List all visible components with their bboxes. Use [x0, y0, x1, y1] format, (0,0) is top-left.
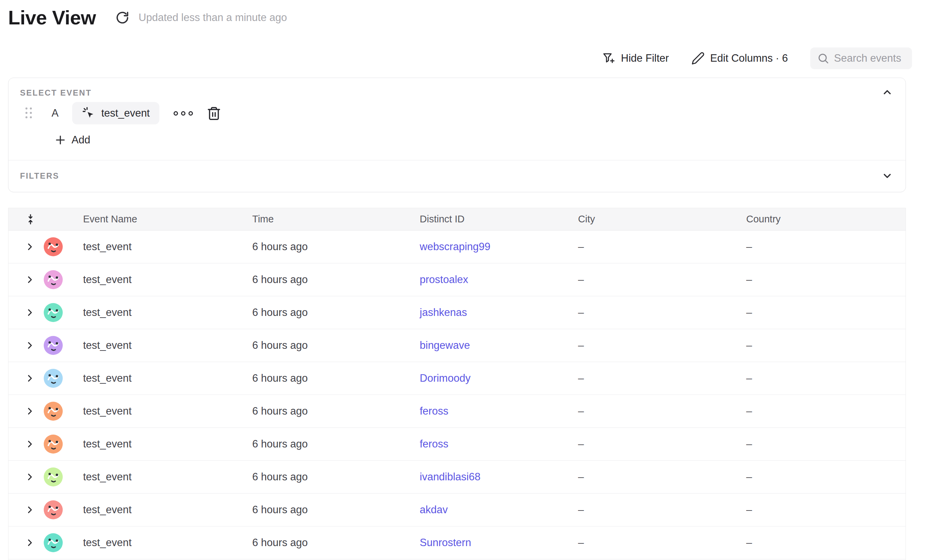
- collapse-rows-icon[interactable]: [25, 214, 36, 225]
- user-avatar: [44, 500, 63, 519]
- search-events-input[interactable]: [834, 52, 912, 65]
- cell-event-name: test_event: [83, 405, 252, 417]
- expand-row-chevron-icon[interactable]: [25, 538, 35, 548]
- distinct-id-link[interactable]: prostoalex: [420, 274, 468, 285]
- table-row: test_event 6 hours ago webscraping99 – –: [8, 231, 905, 263]
- user-avatar: [44, 468, 63, 486]
- distinct-id-link[interactable]: akdav: [420, 504, 448, 515]
- user-avatar: [44, 369, 63, 388]
- event-more-options-button[interactable]: [170, 108, 196, 119]
- distinct-id-link[interactable]: feross: [420, 405, 448, 417]
- expand-row-chevron-icon[interactable]: [25, 439, 35, 449]
- cell-country: –: [746, 405, 905, 417]
- expand-row-chevron-icon[interactable]: [25, 373, 35, 383]
- cell-time: 6 hours ago: [252, 372, 420, 385]
- select-event-label: SELECT EVENT: [20, 88, 92, 98]
- refresh-button[interactable]: [114, 9, 131, 26]
- cell-time: 6 hours ago: [252, 504, 420, 516]
- expand-row-chevron-icon[interactable]: [25, 275, 35, 285]
- cell-country: –: [746, 306, 905, 318]
- event-clause-letter: A: [52, 107, 59, 119]
- cell-event-name: test_event: [83, 274, 252, 286]
- cell-event-name: test_event: [83, 306, 252, 318]
- table-row: test_event 6 hours ago jashkenas – –: [8, 296, 905, 329]
- column-header-distinct-id[interactable]: Distinct ID: [420, 214, 578, 225]
- event-clause-row: A test_event: [25, 102, 222, 125]
- cell-event-name: test_event: [83, 339, 252, 352]
- cell-country: –: [746, 339, 905, 352]
- expand-row-chevron-icon[interactable]: [25, 340, 35, 351]
- cell-city: –: [578, 504, 746, 516]
- filters-label: FILTERS: [20, 171, 59, 181]
- user-avatar: [44, 402, 63, 421]
- distinct-id-link[interactable]: webscraping99: [420, 241, 491, 252]
- distinct-id-link[interactable]: feross: [420, 438, 448, 450]
- cell-time: 6 hours ago: [252, 438, 420, 450]
- page-header: Live View Updated less than a minute ago: [8, 6, 287, 29]
- filters-section[interactable]: FILTERS: [8, 160, 905, 192]
- table-row: test_event 6 hours ago ivandiblasi68 – –: [8, 461, 905, 494]
- cell-event-name: test_event: [83, 504, 252, 516]
- cell-city: –: [578, 306, 746, 318]
- cell-time: 6 hours ago: [252, 339, 420, 352]
- distinct-id-link[interactable]: jashkenas: [420, 306, 467, 318]
- selected-event-name: test_event: [102, 107, 150, 119]
- cell-country: –: [746, 372, 905, 385]
- event-selector-chip[interactable]: test_event: [72, 102, 159, 125]
- table-row: test_event 6 hours ago akdav – –: [8, 494, 905, 526]
- cell-city: –: [578, 405, 746, 417]
- cell-country: –: [746, 274, 905, 286]
- column-header-time[interactable]: Time: [252, 214, 420, 225]
- expand-row-chevron-icon[interactable]: [25, 505, 35, 515]
- expand-row-chevron-icon[interactable]: [25, 406, 35, 416]
- table-row: test_event 6 hours ago prostoalex – –: [8, 263, 905, 296]
- cell-event-name: test_event: [83, 471, 252, 483]
- distinct-id-link[interactable]: Sunrostern: [420, 537, 471, 548]
- refresh-icon: [115, 10, 130, 25]
- cell-city: –: [578, 438, 746, 450]
- chevron-down-icon: [881, 170, 893, 182]
- query-builder-panel: SELECT EVENT A test_event Add FILTERS: [8, 78, 906, 192]
- hide-filter-label: Hide Filter: [621, 52, 669, 65]
- search-events-box[interactable]: [810, 48, 912, 69]
- table-body: test_event 6 hours ago webscraping99 – –…: [8, 231, 905, 559]
- cell-city: –: [578, 274, 746, 286]
- distinct-id-link[interactable]: Dorimoody: [420, 372, 471, 384]
- cell-time: 6 hours ago: [252, 405, 420, 417]
- hide-filter-button[interactable]: Hide Filter: [602, 52, 669, 65]
- live-events-table: Event Name Time Distinct ID City Country…: [8, 208, 906, 560]
- cell-country: –: [746, 438, 905, 450]
- edit-columns-button[interactable]: Edit Columns · 6: [691, 52, 788, 65]
- select-event-section: SELECT EVENT A test_event Add: [8, 78, 905, 160]
- event-click-icon: [82, 106, 96, 120]
- distinct-id-link[interactable]: bingewave: [420, 339, 470, 351]
- user-avatar: [44, 435, 63, 454]
- drag-handle[interactable]: [25, 108, 32, 119]
- cell-country: –: [746, 241, 905, 253]
- expand-filters-button[interactable]: [881, 169, 894, 183]
- column-header-event-name[interactable]: Event Name: [83, 214, 252, 225]
- toolbar: Hide Filter Edit Columns · 6: [602, 48, 912, 69]
- pencil-icon: [691, 52, 705, 65]
- plus-icon: [55, 134, 66, 146]
- collapse-section-button[interactable]: [881, 85, 894, 99]
- expand-row-chevron-icon[interactable]: [25, 472, 35, 482]
- expand-row-chevron-icon[interactable]: [25, 242, 35, 252]
- user-avatar: [44, 303, 63, 322]
- distinct-id-link[interactable]: ivandiblasi68: [420, 471, 480, 483]
- cell-country: –: [746, 504, 905, 516]
- updated-status: Updated less than a minute ago: [139, 12, 287, 24]
- cell-event-name: test_event: [83, 537, 252, 549]
- add-event-button[interactable]: Add: [50, 131, 95, 149]
- table-row: test_event 6 hours ago Sunrostern – –: [8, 526, 905, 559]
- cell-time: 6 hours ago: [252, 274, 420, 286]
- cell-event-name: test_event: [83, 241, 252, 253]
- column-header-country[interactable]: Country: [746, 214, 905, 225]
- table-row: test_event 6 hours ago feross – –: [8, 428, 905, 461]
- cell-time: 6 hours ago: [252, 537, 420, 549]
- delete-event-button[interactable]: [206, 106, 222, 121]
- cell-time: 6 hours ago: [252, 471, 420, 483]
- search-icon: [817, 52, 829, 65]
- expand-row-chevron-icon[interactable]: [25, 308, 35, 318]
- column-header-city[interactable]: City: [578, 214, 746, 225]
